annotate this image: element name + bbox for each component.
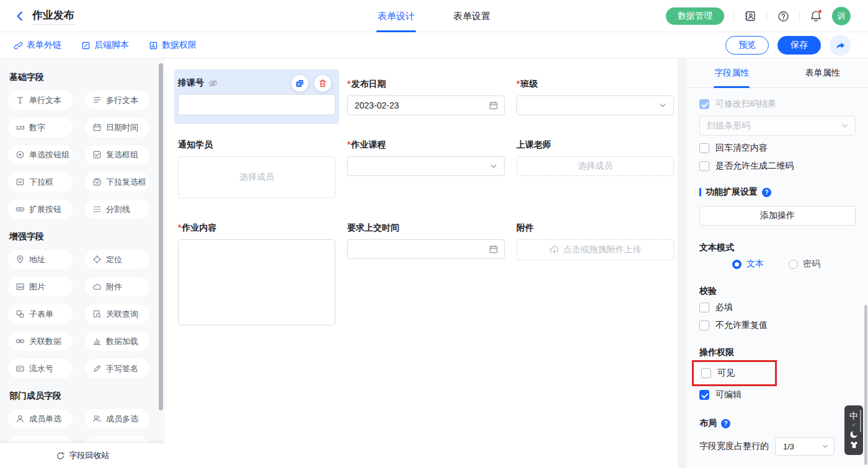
class-select[interactable] [516, 95, 674, 115]
checkbox-icon[interactable] [699, 320, 709, 330]
radio-icon[interactable] [789, 260, 798, 269]
field-publish-date[interactable]: *发布日期 2023-02-23 [347, 69, 505, 130]
field-due-time[interactable]: 要求上交时间 [347, 213, 505, 325]
form-external-link[interactable]: 表单外链 [14, 40, 61, 51]
due-time-input[interactable] [347, 239, 505, 259]
field-attachment[interactable]: 附件 点击或拖拽附件上传 [516, 213, 674, 325]
theme-shirt-icon[interactable] [849, 440, 859, 449]
tab-form-design[interactable]: 表单设计 [376, 0, 416, 32]
checkbox-icon[interactable] [699, 390, 709, 400]
schedule-number-input[interactable] [178, 94, 335, 115]
help-icon[interactable] [776, 9, 790, 23]
page-title[interactable]: 作业发布 [32, 8, 74, 25]
add-action-button[interactable]: 添加操作 [699, 206, 856, 226]
homework-course-select[interactable] [347, 156, 505, 176]
palette-item-member-multi[interactable]: 成员多选 [85, 409, 149, 428]
field-homework-course[interactable]: *作业课程 [347, 130, 505, 213]
translate-language-button[interactable]: 中 [849, 411, 858, 421]
palette-item-member-single[interactable]: 成员单选 [8, 409, 73, 428]
radio-group-icon [16, 150, 25, 159]
palette-item-image[interactable]: 图片 [8, 277, 73, 296]
palette-item-multi-line-text[interactable]: 多行文本 [85, 91, 149, 110]
palette-item-single-line-text[interactable]: 单行文本 [8, 91, 73, 110]
field-teacher[interactable]: 上课老师 选择成员 [516, 130, 674, 213]
member-multi-icon [92, 414, 102, 423]
tab-form-properties[interactable]: 表单属性 [777, 58, 868, 87]
help-question-icon[interactable]: ? [721, 419, 730, 428]
backend-script-icon [81, 41, 91, 50]
selected-field-highlight[interactable]: 排课号 [174, 69, 339, 124]
palette-item-serial-number[interactable]: 流水号 [8, 359, 73, 378]
browser-extension-widget[interactable]: 中 ♂ [844, 405, 863, 455]
delete-field-button[interactable] [314, 75, 331, 92]
field-homework-content[interactable]: *作业内容 [178, 213, 335, 325]
notify-students-member-picker[interactable]: 选择成员 [178, 156, 335, 198]
field-recycle-bin[interactable]: 字段回收站 [0, 443, 165, 468]
linked-query-icon [92, 309, 102, 319]
radio-text-mode-password[interactable]: 密码 [789, 258, 820, 270]
checkbox-icon[interactable] [701, 368, 711, 378]
layout-title: 布局 ? [699, 417, 856, 430]
palette-item-attachment[interactable]: 附件 [85, 277, 149, 296]
checkbox-required[interactable]: 必填 [699, 301, 856, 314]
checkbox-enter-clear[interactable]: 回车清空内容 [699, 142, 856, 154]
form-design-canvas[interactable]: 排课号 *发布日期 2023-02-23 *班级 [165, 58, 678, 468]
palette-item-address[interactable]: 地址 [8, 250, 73, 269]
field-schedule-number[interactable]: 排课号 [178, 69, 335, 130]
palette-item-number[interactable]: 数字 [8, 118, 73, 137]
palette-item-datetime[interactable]: 日期时间 [85, 118, 149, 137]
field-class[interactable]: *班级 [516, 69, 674, 130]
notification-bell-icon[interactable] [809, 9, 823, 23]
teacher-member-picker[interactable]: 选择成员 [516, 156, 674, 176]
palette-item-locate[interactable]: 定位 [85, 250, 149, 269]
preview-button[interactable]: 预览 [725, 36, 769, 55]
publish-date-input[interactable]: 2023-02-23 [347, 95, 505, 115]
data-permission-link[interactable]: 数据权限 [149, 40, 197, 51]
palette-item-select[interactable]: 下拉框 [8, 172, 73, 192]
section-title-enhanced-fields: 增强字段 [9, 231, 165, 242]
palette-item-linked-data[interactable]: 关联数据 [8, 332, 73, 351]
field-notify-students[interactable]: 通知学员 选择成员 [178, 130, 335, 213]
contacts-icon[interactable] [743, 9, 757, 23]
signature-icon [92, 364, 102, 373]
checkbox-no-duplicate[interactable]: 不允许重复值 [699, 319, 856, 332]
window-scrollbar[interactable] [864, 305, 867, 465]
checkbox-icon[interactable] [699, 143, 709, 153]
attachment-upload-area[interactable]: 点击或拖拽附件上传 [516, 239, 674, 260]
tab-field-properties[interactable]: 字段属性 [686, 58, 777, 87]
copy-field-button[interactable] [291, 75, 308, 92]
checkbox-scan-result-editable[interactable]: 可修改扫码结果 [699, 98, 856, 110]
back-button[interactable] [12, 9, 27, 24]
checkbox-icon[interactable] [699, 161, 709, 171]
field-width-select[interactable]: 1/3 [775, 437, 835, 456]
palette-item-radio-group[interactable]: 单选按钮组 [8, 145, 73, 164]
scan-mode-select[interactable]: 扫描条形码 [699, 116, 856, 136]
homework-content-textarea[interactable] [178, 239, 335, 325]
checkbox-icon[interactable] [699, 302, 709, 312]
avatar[interactable]: 训 [832, 7, 851, 25]
palette-item-subform[interactable]: 子表单 [8, 304, 73, 324]
backend-script-link[interactable]: 后端脚本 [81, 40, 129, 51]
sidebar-scrollbar[interactable] [159, 63, 163, 410]
palette-item-extend-button[interactable]: 扩展按钮 [8, 200, 73, 219]
share-button[interactable] [830, 35, 851, 56]
palette-item-linked-query[interactable]: 关联查询 [85, 304, 149, 324]
radio-icon[interactable] [732, 260, 742, 269]
save-button[interactable]: 保存 [777, 36, 821, 55]
dark-mode-moon-icon[interactable] [849, 430, 859, 439]
palette-item-signature[interactable]: 手写签名 [85, 359, 149, 378]
radio-text-mode-text[interactable]: 文本 [732, 258, 764, 270]
checkbox-visible[interactable]: 可见 [701, 367, 775, 379]
palette-item-divider[interactable]: 分割线 [85, 200, 149, 219]
eye-off-icon [208, 78, 218, 89]
checkbox-editable[interactable]: 可编辑 [699, 389, 856, 401]
tab-form-settings[interactable]: 表单设置 [452, 0, 492, 32]
palette-item-multi-select[interactable]: 下拉复选框 [85, 172, 149, 192]
checkbox-allow-qrcode[interactable]: 是否允许生成二维码 [699, 160, 856, 172]
checkbox-icon[interactable] [699, 99, 709, 109]
palette-item-data-load[interactable]: 数据加载 [85, 332, 149, 351]
help-question-icon[interactable]: ? [762, 188, 771, 197]
palette-item-checkbox-group[interactable]: 复选框组 [85, 145, 149, 164]
data-manage-button[interactable]: 数据管理 [666, 7, 724, 25]
section-title-basic-fields: 基础字段 [9, 72, 165, 83]
